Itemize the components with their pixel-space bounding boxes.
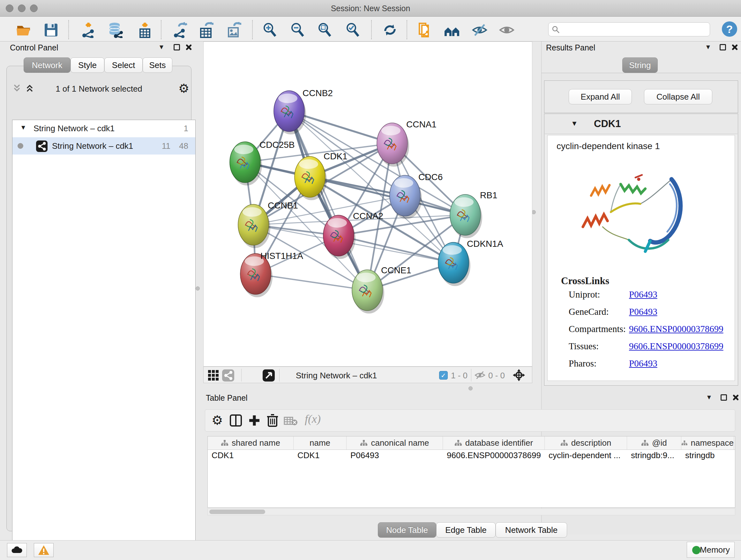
- zoom-in-icon[interactable]: [262, 22, 278, 38]
- entry-collapse-icon[interactable]: ▼: [571, 119, 578, 128]
- search-input[interactable]: [562, 23, 706, 35]
- node-CDK1[interactable]: CDK1: [294, 151, 347, 200]
- cell[interactable]: stringdb: [681, 450, 734, 461]
- new-network-from-selection-icon[interactable]: [417, 22, 433, 38]
- export-image-icon[interactable]: [226, 22, 242, 38]
- column-header--id[interactable]: @id: [627, 436, 681, 449]
- expand-all-button[interactable]: Expand All: [569, 89, 632, 105]
- grid-view-icon[interactable]: [208, 370, 219, 381]
- show-all-icon[interactable]: [499, 22, 515, 38]
- delete-table-icon[interactable]: [284, 416, 298, 426]
- cell[interactable]: 9606.ENSP00000378699: [443, 450, 545, 461]
- add-column-icon[interactable]: [248, 414, 261, 427]
- bottom-splitter-grip[interactable]: [468, 386, 473, 390]
- column-type-icon: [455, 440, 462, 447]
- cloud-status-button[interactable]: [7, 543, 27, 557]
- navigate-crosshair-icon[interactable]: [513, 369, 525, 381]
- tab-sets[interactable]: Sets: [143, 57, 172, 73]
- node-table[interactable]: shared namename canonical name database …: [207, 436, 735, 508]
- table-panel-close-icon[interactable]: [732, 394, 739, 401]
- network-graph[interactable]: CCNB2 CCNA1 CDC25B CDK1: [204, 42, 532, 366]
- control-panel-close-icon[interactable]: [185, 44, 192, 51]
- node-HIST1H1A[interactable]: HIST1H1A: [240, 251, 303, 297]
- network-collection-row[interactable]: ▼ String Network – cdk1 1: [12, 120, 195, 137]
- function-builder-icon[interactable]: f(x): [305, 412, 321, 426]
- table-horizontal-scrollbar[interactable]: [207, 508, 735, 515]
- crosslink-value[interactable]: P06493: [629, 289, 657, 300]
- crosslink-value[interactable]: P06493: [629, 358, 657, 369]
- crosslink-value[interactable]: 9606.ENSP00000378699: [629, 341, 724, 352]
- network-row[interactable]: String Network – cdk1 11 48: [12, 137, 195, 154]
- warning-status-button[interactable]: [34, 543, 54, 557]
- node-CDC25B[interactable]: CDC25B: [230, 140, 294, 186]
- node-CDC6[interactable]: CDC6: [390, 172, 443, 219]
- table-panel-maximize-icon[interactable]: [721, 394, 727, 401]
- export-table-icon[interactable]: [198, 22, 214, 38]
- column-header-name[interactable]: name: [293, 436, 347, 449]
- column-header-database-identifier[interactable]: database identifier: [443, 436, 545, 449]
- column-header-description[interactable]: description: [545, 436, 627, 449]
- table-row[interactable]: CDK1CDK1P064939606.ENSP00000378699cyclin…: [208, 450, 735, 461]
- crosslink-value[interactable]: P06493: [629, 307, 657, 317]
- string-view-icon[interactable]: [222, 369, 234, 381]
- toolbar-separator: [371, 20, 372, 39]
- cell[interactable]: CDK1: [208, 450, 293, 461]
- node-CCNB1[interactable]: CCNB1: [238, 200, 298, 248]
- open-session-icon[interactable]: [16, 22, 31, 38]
- table-panel-float-icon[interactable]: ▼: [706, 394, 712, 401]
- scrollbar-thumb[interactable]: [209, 509, 265, 514]
- table-toolbar: ⚙ f(x): [205, 409, 735, 432]
- memory-button[interactable]: Memory: [687, 542, 735, 558]
- edge-CCNB2-CCNE1[interactable]: [289, 111, 367, 290]
- zoom-selected-icon[interactable]: [345, 22, 361, 38]
- birdseye-view-icon[interactable]: [263, 369, 275, 381]
- delete-column-icon[interactable]: [266, 414, 279, 428]
- search-box[interactable]: [548, 22, 710, 37]
- tab-network-table[interactable]: Network Table: [495, 522, 567, 538]
- cell[interactable]: stringdb:9...: [627, 450, 681, 461]
- export-network-icon[interactable]: [172, 22, 188, 38]
- save-session-icon[interactable]: [43, 22, 59, 38]
- cell[interactable]: P06493: [347, 450, 443, 461]
- tab-node-table[interactable]: Node Table: [378, 522, 436, 538]
- crosslink-value[interactable]: 9606.ENSP00000378699: [629, 324, 724, 334]
- zoom-fit-icon[interactable]: [317, 22, 333, 38]
- control-panel-float-icon[interactable]: ▼: [158, 44, 165, 51]
- network-options-gear-icon[interactable]: ⚙: [179, 81, 189, 96]
- collapse-all-button[interactable]: Collapse All: [644, 89, 712, 105]
- results-panel-close-icon[interactable]: [731, 44, 738, 51]
- selected-indicator-checkbox[interactable]: ✓: [439, 371, 448, 380]
- control-panel-maximize-icon[interactable]: [174, 44, 180, 51]
- tab-network[interactable]: Network: [23, 57, 71, 73]
- cell[interactable]: CDK1: [293, 450, 347, 461]
- node-CCNB2[interactable]: CCNB2: [274, 88, 333, 134]
- tab-edge-table[interactable]: Edge Table: [436, 522, 495, 538]
- node-RB1[interactable]: RB1: [450, 190, 497, 238]
- import-network-database-icon[interactable]: [108, 22, 124, 38]
- table-options-gear-icon[interactable]: ⚙: [212, 413, 223, 428]
- node-CCNE1[interactable]: CCNE1: [352, 265, 411, 314]
- zoom-out-icon[interactable]: [290, 22, 306, 38]
- tab-style[interactable]: Style: [71, 57, 105, 73]
- node-CCNA1[interactable]: CCNA1: [377, 119, 436, 167]
- gene-entry-header[interactable]: ▼ CDK1: [545, 114, 738, 134]
- show-columns-icon[interactable]: [229, 414, 242, 427]
- collection-expand-icon[interactable]: ▼: [20, 124, 26, 131]
- first-neighbors-icon[interactable]: [444, 22, 460, 38]
- column-header-namespace[interactable]: namespace: [681, 436, 734, 449]
- help-button[interactable]: ?: [722, 21, 737, 37]
- hide-selected-icon[interactable]: [472, 22, 488, 38]
- network-canvas[interactable]: CCNB2 CCNA1 CDC25B CDK1: [203, 42, 532, 367]
- cell[interactable]: cyclin-dependent ...: [545, 450, 627, 461]
- left-splitter-grip[interactable]: [196, 287, 200, 291]
- tab-string[interactable]: String: [622, 57, 658, 73]
- results-panel-float-icon[interactable]: ▼: [705, 44, 711, 51]
- import-table-file-icon[interactable]: [137, 22, 153, 38]
- node-CDKN1A[interactable]: CDKN1A: [438, 239, 503, 286]
- results-panel-maximize-icon[interactable]: [720, 44, 726, 51]
- import-network-file-icon[interactable]: [80, 22, 96, 38]
- column-header-shared-name[interactable]: shared name: [208, 436, 293, 449]
- tab-select[interactable]: Select: [105, 57, 143, 73]
- column-header-canonical-name[interactable]: canonical name: [347, 436, 443, 449]
- refresh-icon[interactable]: [382, 22, 398, 38]
